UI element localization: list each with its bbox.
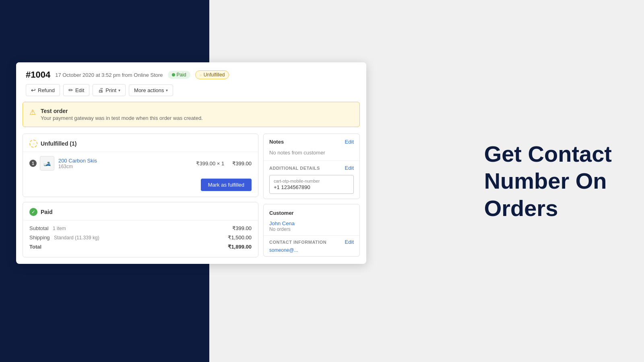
paid-title: Paid: [41, 209, 53, 215]
product-qty-badge: 1: [29, 160, 37, 167]
more-actions-button[interactable]: More actions ▾: [129, 84, 173, 96]
right-column: Notes Edit No notes from customer ADDITI…: [263, 134, 360, 257]
notes-edit-link[interactable]: Edit: [345, 139, 354, 145]
contact-email[interactable]: someone@...: [269, 247, 354, 253]
refund-button[interactable]: ↩ Refund: [26, 84, 60, 96]
paid-section: ✓ Paid Subtotal 1 item ₹399.00 Shipping: [23, 202, 258, 257]
shipping-row: Shipping Standard (11.339 kg) ₹1,500.00: [29, 233, 252, 242]
total-row: Total ₹1,899.00: [29, 242, 252, 251]
order-meta: 17 October 2020 at 3:52 pm from Online S…: [55, 72, 163, 78]
shipping-sub: Standard (11.339 kg): [51, 235, 99, 241]
hero-heading-line2: Number On: [484, 168, 607, 193]
order-header: #1004 17 October 2020 at 3:52 pm from On…: [16, 62, 366, 80]
edit-button[interactable]: ✏ Edit: [63, 84, 89, 96]
shipping-label: Shipping Standard (11.339 kg): [29, 234, 99, 241]
notes-title: Notes: [269, 139, 284, 145]
payment-rows: Subtotal 1 item ₹399.00 Shipping Standar…: [23, 220, 258, 257]
order-title-row: #1004 17 October 2020 at 3:52 pm from On…: [26, 70, 357, 80]
additional-edit-link[interactable]: Edit: [345, 165, 354, 171]
order-card: #1004 17 October 2020 at 3:52 pm from On…: [16, 62, 366, 264]
product-name[interactable]: 200 Carbon Skis: [58, 158, 188, 164]
edit-icon: ✏: [68, 87, 73, 93]
unfulfilled-header: ○ Unfulfilled (1): [23, 134, 258, 152]
paid-icon: ✓: [29, 208, 37, 216]
customer-card: Customer John Cena No orders CONTACT INF…: [263, 204, 360, 257]
order-number: #1004: [26, 70, 50, 80]
product-total: ₹399.00: [232, 160, 252, 167]
more-actions-label: More actions: [134, 87, 164, 93]
customer-body: John Cena No orders: [264, 219, 359, 235]
warning-description: Your payment gateway was in test mode wh…: [41, 115, 203, 121]
hero-heading-line3: Orders: [484, 195, 558, 221]
print-chevron-icon: ▾: [118, 88, 120, 93]
shipping-amount: ₹1,500.00: [228, 234, 252, 241]
warning-icon: ⚠: [29, 108, 36, 121]
subtotal-sub: 1 item: [50, 226, 66, 231]
product-image: 🎿: [40, 156, 54, 171]
refund-label: Refund: [38, 87, 55, 93]
otp-field-label: cart-otp-mobile-number: [274, 179, 349, 183]
contact-header: CONTACT INFORMATION Edit: [264, 235, 359, 247]
unfulfilled-section: ○ Unfulfilled (1) 1 🎿 200 Carbon Skis 16…: [23, 134, 258, 197]
otp-field-value: +1 1234567890: [274, 184, 349, 190]
print-button[interactable]: 🖨 Print ▾: [93, 84, 126, 96]
main-content: ○ Unfulfilled (1) 1 🎿 200 Carbon Skis 16…: [16, 134, 366, 264]
hero-heading-line1: Get Contact: [484, 141, 612, 167]
notes-body: No notes from customer: [264, 148, 359, 160]
product-row: 1 🎿 200 Carbon Skis 163cm ₹399.00 × 1 ₹3…: [23, 152, 258, 175]
product-info: 200 Carbon Skis 163cm: [58, 158, 188, 169]
left-column: ○ Unfulfilled (1) 1 🎿 200 Carbon Skis 16…: [23, 134, 258, 257]
contact-edit-link[interactable]: Edit: [345, 239, 354, 245]
paid-header: ✓ Paid: [23, 202, 258, 220]
customer-name[interactable]: John Cena: [269, 220, 354, 226]
unfulfilled-title: Unfulfilled (1): [41, 140, 76, 147]
unfulfilled-icon: ○: [29, 140, 37, 148]
subtotal-amount: ₹399.00: [232, 225, 252, 231]
edit-label: Edit: [75, 87, 84, 93]
additional-body: cart-otp-mobile-number +1 1234567890: [264, 173, 359, 199]
warning-content: Test order Your payment gateway was in t…: [41, 108, 203, 121]
subtotal-text: Subtotal: [29, 225, 49, 231]
shipping-text: Shipping: [29, 234, 50, 241]
additional-header: ADDITIONAL DETAILS Edit: [264, 161, 359, 173]
customer-header: Customer: [264, 204, 359, 219]
more-actions-chevron-icon: ▾: [166, 88, 168, 93]
notes-header: Notes Edit: [264, 134, 359, 148]
print-label: Print: [105, 87, 116, 93]
customer-orders: No orders: [269, 226, 354, 232]
hero-heading: Get Contact Number On Orders: [484, 140, 612, 222]
action-toolbar: ↩ Refund ✏ Edit 🖨 Print ▾ More actions ▾: [16, 80, 366, 102]
product-variant: 163cm: [58, 164, 188, 169]
total-text: Total: [29, 244, 41, 250]
total-amount: ₹1,899.00: [228, 244, 252, 250]
warning-title: Test order: [41, 108, 203, 114]
paid-badge: Paid: [168, 71, 190, 79]
refund-icon: ↩: [31, 87, 36, 93]
warning-banner: ⚠ Test order Your payment gateway was in…: [23, 102, 360, 127]
otp-field: cart-otp-mobile-number +1 1234567890: [269, 175, 354, 194]
subtotal-row: Subtotal 1 item ₹399.00: [29, 224, 252, 233]
contact-body: someone@...: [264, 247, 359, 256]
customer-title: Customer: [269, 210, 294, 216]
mark-fulfilled-button[interactable]: Mark as fulfilled: [201, 179, 252, 191]
product-price: ₹399.00 × 1: [196, 160, 224, 167]
print-icon: 🖨: [98, 87, 103, 93]
contact-title: CONTACT INFORMATION: [269, 240, 326, 245]
subtotal-label: Subtotal 1 item: [29, 225, 66, 231]
fulfill-btn-row: Mark as fulfilled: [23, 175, 258, 197]
notes-card: Notes Edit No notes from customer ADDITI…: [263, 134, 360, 199]
additional-title: ADDITIONAL DETAILS: [269, 166, 320, 171]
unfulfilled-badge: Unfulfilled: [195, 70, 229, 79]
